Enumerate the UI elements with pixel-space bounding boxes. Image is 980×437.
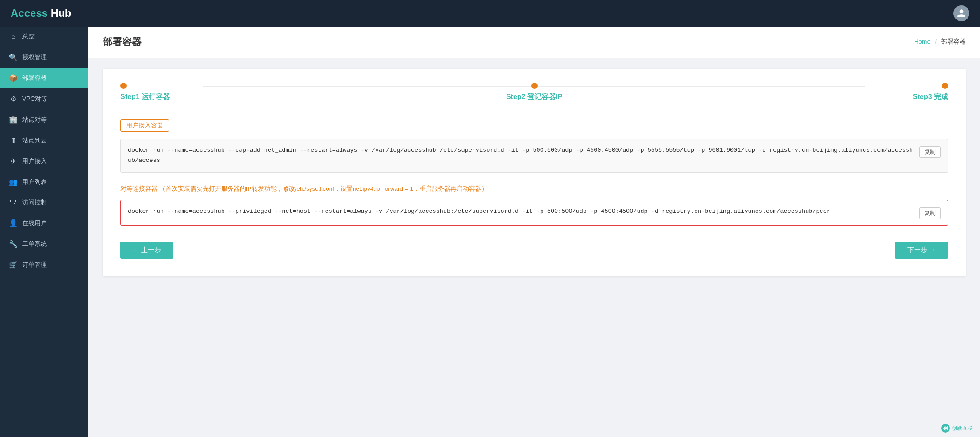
steps-card: Step1 运行容器 Step2 登记容器IP Step3 完成 用户接入容器 …	[103, 69, 966, 276]
overview-icon: ⌂	[9, 33, 18, 41]
steps-bar: Step1 运行容器 Step2 登记容器IP Step3 完成	[120, 83, 948, 102]
step1-label: Step1 运行容器	[120, 92, 170, 102]
site-peer-icon: 🏢	[9, 115, 18, 124]
access-ctrl-icon: 🛡	[9, 199, 18, 207]
page-title: 部署容器	[103, 35, 142, 49]
step2-dot	[531, 83, 538, 89]
copy-user-container-btn[interactable]: 复制	[919, 146, 941, 158]
user-container-cmd-box: docker run --name=accesshub --cap-add ne…	[120, 139, 948, 172]
sidebar-label-ticket: 工单系统	[22, 240, 47, 248]
sidebar-item-online-user[interactable]: 👤 在线用户	[0, 213, 88, 234]
user-avatar[interactable]	[953, 5, 969, 21]
sidebar-label-user-list: 用户列表	[22, 178, 47, 186]
sidebar-item-site-peer[interactable]: 🏢 站点对等	[0, 109, 88, 130]
sidebar-label-overview: 总览	[22, 33, 35, 41]
page-content: Step1 运行容器 Step2 登记容器IP Step3 完成 用户接入容器 …	[88, 58, 980, 287]
watermark: 创 创新互联	[941, 424, 973, 433]
peer-note: （首次安装需要先打开服务器的IP转发功能，修改/etc/sysctl.conf，…	[159, 185, 488, 192]
user-container-cmd-text: docker run --name=accesshub --cap-add ne…	[128, 146, 914, 166]
breadcrumb-home[interactable]: Home	[914, 38, 930, 45]
sidebar-item-user-list[interactable]: 👥 用户列表	[0, 172, 88, 192]
sidebar-item-ticket[interactable]: 🔧 工单系统	[0, 234, 88, 254]
watermark-icon: 创	[941, 424, 950, 433]
auth-icon: 🔍	[9, 53, 18, 61]
online-user-icon: 👤	[9, 219, 18, 227]
logo-hub: Hub	[48, 7, 71, 19]
sidebar-item-user-access[interactable]: ✈ 用户接入	[0, 151, 88, 172]
peer-container-cmd-text: docker run --name=accesshub --privileged…	[128, 207, 914, 217]
site-cloud-icon: ⬆	[9, 136, 18, 145]
user-access-icon: ✈	[9, 157, 18, 165]
sidebar-label-vpc: VPC对等	[22, 95, 47, 103]
ticket-icon: 🔧	[9, 240, 18, 248]
back-button[interactable]: ← 上一步	[120, 242, 173, 259]
sidebar-item-vpc[interactable]: ⚙ VPC对等	[0, 88, 88, 109]
page-header: 部署容器 Home / 部署容器	[88, 27, 980, 58]
sidebar-label-auth: 授权管理	[22, 54, 47, 61]
sidebar-label-order: 订单管理	[22, 261, 47, 269]
logo-access: Access	[11, 7, 48, 19]
sidebar-item-order[interactable]: 🛒 订单管理	[0, 254, 88, 275]
copy-peer-container-btn[interactable]: 复制	[919, 207, 941, 219]
footer-buttons: ← 上一步 下一步 →	[120, 242, 948, 259]
main-content: 部署容器 Home / 部署容器 Step1 运行容器 Step2 登记容	[88, 27, 980, 437]
user-list-icon: 👥	[9, 178, 18, 186]
user-container-label: 用户接入容器	[120, 119, 169, 132]
sidebar-label-site-cloud: 站点到云	[22, 137, 47, 145]
sidebar-item-deploy[interactable]: 📦 部署容器	[0, 68, 88, 88]
sidebar-label-site-peer: 站点对等	[22, 116, 47, 124]
peer-label: 对等连接容器	[120, 185, 158, 192]
step3-item: Step3 完成	[672, 83, 948, 102]
breadcrumb-sep: /	[935, 38, 937, 45]
sidebar-label-user-access: 用户接入	[22, 157, 47, 165]
order-icon: 🛒	[9, 261, 18, 269]
sidebar-item-auth[interactable]: 🔍 授权管理	[0, 47, 88, 68]
step1-dot	[120, 83, 127, 89]
step3-dot	[942, 83, 948, 89]
sidebar: ⌂ 总览 🔍 授权管理 📦 部署容器 ⚙ VPC对等 🏢 站点对等 ⬆ 站点到云…	[0, 27, 88, 437]
watermark-text: 创新互联	[952, 425, 973, 432]
sidebar-item-site-cloud[interactable]: ⬆ 站点到云	[0, 130, 88, 151]
app-header: Access Hub	[0, 0, 980, 27]
peer-container-warning: 对等连接容器 （首次安装需要先打开服务器的IP转发功能，修改/etc/sysct…	[120, 185, 948, 193]
step2-label: Step2 登记容器IP	[506, 92, 562, 102]
app-layout: ⌂ 总览 🔍 授权管理 📦 部署容器 ⚙ VPC对等 🏢 站点对等 ⬆ 站点到云…	[0, 27, 980, 437]
breadcrumb: Home / 部署容器	[914, 38, 966, 46]
sidebar-item-overview[interactable]: ⌂ 总览	[0, 27, 88, 47]
step1-item: Step1 运行容器	[120, 83, 396, 102]
peer-container-cmd-box: docker run --name=accesshub --privileged…	[120, 200, 948, 226]
sidebar-item-access-ctrl[interactable]: 🛡 访问控制	[0, 192, 88, 213]
sidebar-label-deploy: 部署容器	[22, 74, 47, 82]
app-logo: Access Hub	[11, 7, 71, 19]
breadcrumb-current: 部署容器	[941, 38, 966, 45]
vpc-icon: ⚙	[9, 95, 18, 103]
sidebar-label-access-ctrl: 访问控制	[22, 199, 47, 207]
deploy-icon: 📦	[9, 74, 18, 82]
user-icon	[957, 8, 966, 18]
step3-label: Step3 完成	[913, 92, 948, 102]
sidebar-label-online-user: 在线用户	[22, 219, 47, 227]
step2-item: Step2 登记容器IP	[396, 83, 673, 102]
next-button[interactable]: 下一步 →	[895, 242, 948, 259]
